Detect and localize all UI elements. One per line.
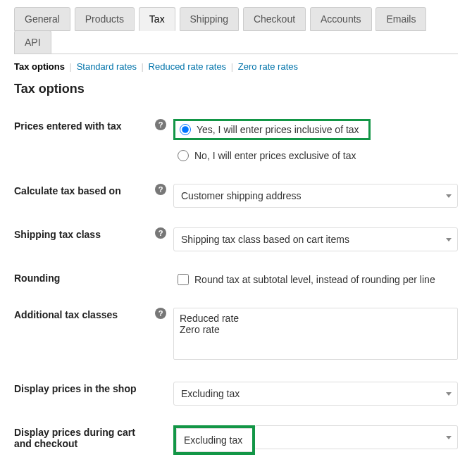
tab-shipping[interactable]: Shipping: [180, 7, 240, 31]
radio-prices-exclusive-label: No, I will enter prices exclusive of tax: [194, 150, 356, 161]
tab-emails[interactable]: Emails: [375, 7, 426, 31]
select-display-cart[interactable]: Excluding tax: [173, 425, 458, 455]
label-shipping-tax-class: Shipping tax class: [14, 218, 155, 261]
subnav-standard-rates[interactable]: Standard rates: [77, 61, 137, 72]
subnav-reduced-rate-rates[interactable]: Reduced rate rates: [149, 61, 227, 72]
checkbox-rounding-label: Round tax at subtotal level, instead of …: [194, 274, 435, 285]
label-additional-tax-classes: Additional tax classes: [14, 298, 155, 372]
label-calc-based-on: Calculate tax based on: [14, 174, 155, 218]
select-calc-based-on-value: Customer shipping address: [181, 190, 301, 201]
tab-tax[interactable]: Tax: [139, 7, 175, 31]
help-icon[interactable]: ?: [155, 119, 166, 130]
subnav-zero-rate-rates[interactable]: Zero rate rates: [238, 61, 298, 72]
radio-prices-exclusive[interactable]: [178, 150, 189, 161]
page-heading: Tax options: [14, 82, 458, 96]
chevron-down-icon: [446, 238, 452, 242]
select-shipping-tax-class[interactable]: Shipping tax class based on cart items: [173, 227, 458, 251]
label-display-cart: Display prices during cart and checkout: [14, 415, 155, 465]
select-shipping-tax-class-value: Shipping tax class based on cart items: [181, 234, 349, 245]
label-display-shop: Display prices in the shop: [14, 372, 155, 415]
tax-options-form: Prices entered with tax ? Yes, I will en…: [14, 109, 458, 465]
select-display-cart-value: Excluding tax: [184, 434, 242, 446]
help-icon[interactable]: ?: [155, 227, 166, 239]
label-prices-with-tax: Prices entered with tax: [14, 109, 155, 174]
checkbox-rounding[interactable]: [178, 274, 189, 285]
chevron-down-icon: [446, 392, 452, 396]
tab-checkout[interactable]: Checkout: [243, 7, 306, 31]
subnav-tax-options[interactable]: Tax options: [14, 61, 65, 72]
tab-accounts[interactable]: Accounts: [310, 7, 372, 31]
radio-prices-inclusive-label: Yes, I will enter prices inclusive of ta…: [197, 124, 359, 135]
select-display-shop[interactable]: Excluding tax: [173, 382, 458, 406]
select-display-shop-value: Excluding tax: [181, 388, 240, 399]
help-icon[interactable]: ?: [155, 184, 166, 195]
label-rounding: Rounding: [14, 261, 155, 298]
tab-api[interactable]: API: [14, 30, 51, 54]
tab-products[interactable]: Products: [75, 7, 135, 31]
radio-prices-inclusive[interactable]: [180, 124, 191, 135]
textarea-additional-tax-classes[interactable]: [173, 308, 458, 360]
chevron-down-icon: [446, 436, 452, 439]
help-icon[interactable]: ?: [155, 308, 166, 319]
settings-tabs: General Products Tax Shipping Checkout A…: [14, 0, 458, 54]
tab-general[interactable]: General: [14, 7, 70, 31]
select-calc-based-on[interactable]: Customer shipping address: [173, 184, 458, 208]
chevron-down-icon: [446, 194, 452, 198]
tax-subnav: Tax options | Standard rates | Reduced r…: [14, 61, 458, 72]
